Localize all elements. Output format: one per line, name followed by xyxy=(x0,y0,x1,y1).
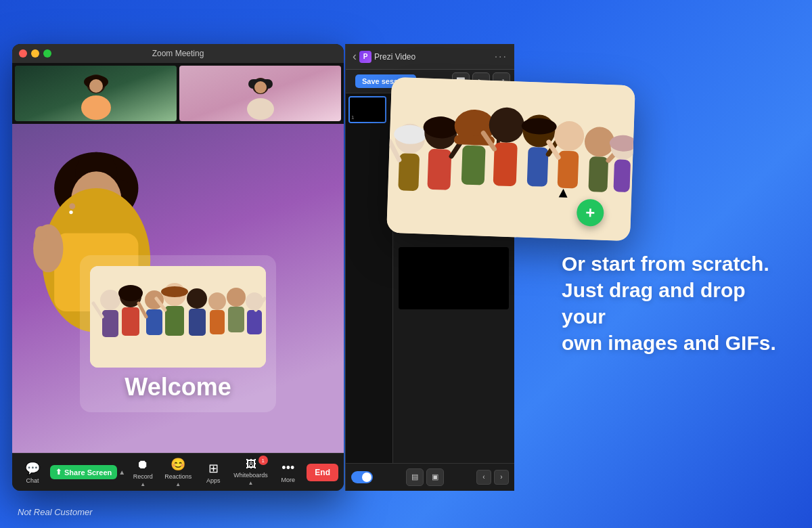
thumbnails-row xyxy=(12,63,344,124)
chat-button[interactable]: 💬 Chat xyxy=(18,458,47,487)
more-icon: ••• xyxy=(281,461,294,475)
slide-1-preview xyxy=(350,97,385,122)
traffic-lights xyxy=(19,49,51,58)
slide-1[interactable]: 1 xyxy=(348,96,386,123)
svg-point-31 xyxy=(161,286,188,297)
reactions-label: Reactions xyxy=(164,473,191,480)
whiteboards-caret: ▲ xyxy=(248,480,254,486)
share-screen-button[interactable]: ⬆ Share Screen ▲ xyxy=(50,465,125,479)
svg-rect-52 xyxy=(427,149,451,190)
end-button[interactable]: End xyxy=(307,464,338,481)
record-button[interactable]: ⏺ Record ▲ xyxy=(128,455,158,490)
record-icon: ⏺ xyxy=(137,458,149,472)
whiteboards-badge: 1 xyxy=(258,456,268,465)
svg-rect-38 xyxy=(228,307,244,332)
headline-line3: own images and GIFs. xyxy=(562,332,776,354)
prev-slide-button[interactable]: ‹ xyxy=(476,470,491,485)
svg-point-37 xyxy=(227,288,246,307)
prezi-title: Prezi Video xyxy=(374,52,415,62)
welcome-text: Welcome xyxy=(125,373,231,401)
share-icon: ⬆ xyxy=(55,468,62,477)
headline-line2: Just drag and drop your xyxy=(562,279,746,328)
back-icon[interactable]: ‹ xyxy=(353,49,357,64)
chat-icon: 💬 xyxy=(25,461,40,476)
svg-point-3 xyxy=(89,79,103,93)
apps-icon: ⊞ xyxy=(208,461,219,476)
thumbnail-1-content xyxy=(15,66,177,121)
window-title: Zoom Meeting xyxy=(152,49,204,58)
svg-point-19 xyxy=(69,211,72,214)
whiteboards-button[interactable]: 🖼 1 Whiteboards ▲ xyxy=(231,456,271,489)
toolbar-left: 💬 Chat ⬆ Share Screen ▲ ⏺ Record ▲ xyxy=(18,454,303,490)
svg-rect-27 xyxy=(122,307,139,336)
svg-point-5 xyxy=(247,98,274,120)
welcome-card: Welcome xyxy=(80,255,276,412)
cursor-indicator: ▲ xyxy=(556,183,571,202)
thumbnail-2-content xyxy=(179,66,341,121)
headline-line1: Or start from scratch. xyxy=(562,252,769,275)
share-screen-btn[interactable]: ⬆ Share Screen xyxy=(50,465,117,479)
svg-point-1 xyxy=(81,95,111,120)
svg-rect-36 xyxy=(210,310,225,334)
svg-rect-57 xyxy=(461,145,486,185)
svg-rect-32 xyxy=(165,306,184,336)
zoom-window: Zoom Meeting xyxy=(12,44,344,491)
svg-point-26 xyxy=(118,285,143,301)
close-icon[interactable] xyxy=(19,49,27,58)
svg-rect-70 xyxy=(588,156,608,192)
reactions-caret: ▲ xyxy=(175,481,181,487)
right-text-block: Or start from scratch. Just drag and dro… xyxy=(562,250,792,356)
svg-point-23 xyxy=(100,290,120,310)
reactions-button[interactable]: 😊 Reactions ▲ xyxy=(160,454,196,490)
svg-rect-48 xyxy=(398,153,420,191)
thumbnail-2[interactable] xyxy=(179,66,341,121)
svg-rect-40 xyxy=(247,310,262,334)
svg-point-7 xyxy=(254,81,267,93)
record-label: Record xyxy=(133,473,153,480)
slide-1-number: 1 xyxy=(351,114,354,120)
welcome-card-image xyxy=(90,266,266,368)
svg-rect-34 xyxy=(189,309,206,336)
svg-point-18 xyxy=(69,204,75,210)
chat-label: Chat xyxy=(26,477,39,484)
group-illustration-small xyxy=(90,266,266,368)
svg-rect-24 xyxy=(102,310,118,337)
more-options-icon[interactable]: ··· xyxy=(495,51,508,63)
marketing-headline: Or start from scratch. Just drag and dro… xyxy=(562,250,792,356)
prezi-slides-panel: 1 xyxy=(346,93,393,463)
thumbnail-1[interactable] xyxy=(15,66,177,121)
whiteboards-label: Whiteboards xyxy=(233,472,268,479)
reactions-icon: 😊 xyxy=(171,457,185,472)
prezi-logo: P xyxy=(359,51,371,63)
svg-point-33 xyxy=(187,288,207,309)
prezi-footer: ▤ ▣ ‹ › xyxy=(346,463,514,490)
svg-rect-74 xyxy=(613,159,631,192)
whiteboards-icon: 🖼 xyxy=(246,458,256,470)
zoom-titlebar: Zoom Meeting xyxy=(12,44,344,63)
maximize-icon[interactable] xyxy=(43,49,51,58)
prezi-footer-buttons: ▤ ▣ xyxy=(406,468,444,486)
record-caret: ▲ xyxy=(140,481,145,487)
prezi-navigation: ‹ › xyxy=(476,470,509,485)
apps-button[interactable]: ⊞ Apps xyxy=(198,458,228,487)
svg-rect-67 xyxy=(558,150,579,188)
svg-point-35 xyxy=(208,292,226,310)
svg-rect-64 xyxy=(527,147,549,187)
prezi-preview-area xyxy=(399,247,509,309)
svg-point-21 xyxy=(35,226,47,240)
svg-rect-29 xyxy=(146,309,162,335)
more-label: More xyxy=(281,477,296,483)
main-video: Welcome xyxy=(12,124,344,453)
camera-mode-button[interactable]: ▤ xyxy=(406,468,424,486)
zoom-toolbar: 💬 Chat ⬆ Share Screen ▲ ⏺ Record ▲ xyxy=(12,453,344,491)
next-slide-button[interactable]: › xyxy=(494,470,509,485)
disclaimer: Not Real Customer xyxy=(18,507,93,517)
floating-card: ▲ + xyxy=(386,77,635,241)
share-screen-caret: ▲ xyxy=(118,468,125,476)
toggle-button[interactable] xyxy=(351,471,373,483)
share-screen-label: Share Screen xyxy=(64,468,112,477)
minimize-icon[interactable] xyxy=(31,49,39,58)
prezi-header-left: ‹ P Prezi Video xyxy=(353,49,415,64)
display-mode-button[interactable]: ▣ xyxy=(426,468,444,486)
more-button[interactable]: ••• More xyxy=(273,458,303,486)
